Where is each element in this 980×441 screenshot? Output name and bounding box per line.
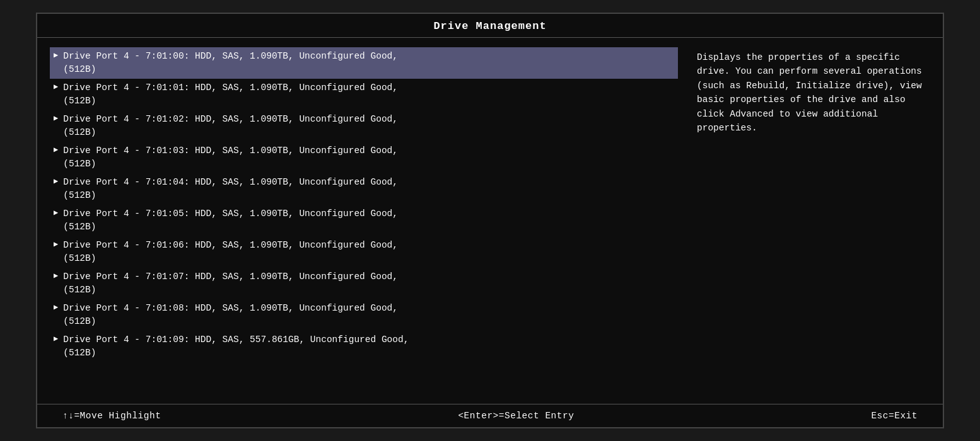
- drive-text-6: Drive Port 4 - 7:01:06: HDD, SAS, 1.090T…: [63, 239, 398, 265]
- drive-item-9[interactable]: ▶Drive Port 4 - 7:01:09: HDD, SAS, 557.8…: [50, 331, 678, 362]
- drive-line1-3: Drive Port 4 - 7:01:03: HDD, SAS, 1.090T…: [63, 144, 398, 158]
- drive-line2-6: (512B): [63, 252, 398, 265]
- drive-line2-4: (512B): [63, 189, 398, 202]
- drive-arrow-0: ▶: [54, 50, 58, 61]
- footer-select: <Enter>=Select Entry: [458, 411, 574, 421]
- drive-text-5: Drive Port 4 - 7:01:05: HDD, SAS, 1.090T…: [63, 207, 398, 234]
- drive-text-3: Drive Port 4 - 7:01:03: HDD, SAS, 1.090T…: [63, 144, 398, 171]
- drive-text-9: Drive Port 4 - 7:01:09: HDD, SAS, 557.86…: [63, 333, 409, 360]
- drive-text-8: Drive Port 4 - 7:01:08: HDD, SAS, 1.090T…: [63, 302, 398, 328]
- drive-item-3[interactable]: ▶Drive Port 4 - 7:01:03: HDD, SAS, 1.090…: [50, 142, 678, 173]
- drive-line1-7: Drive Port 4 - 7:01:07: HDD, SAS, 1.090T…: [63, 270, 398, 284]
- drive-line2-9: (512B): [63, 346, 409, 360]
- drive-arrow-7: ▶: [54, 271, 58, 282]
- drive-line1-6: Drive Port 4 - 7:01:06: HDD, SAS, 1.090T…: [63, 239, 398, 252]
- drive-item-8[interactable]: ▶Drive Port 4 - 7:01:08: HDD, SAS, 1.090…: [50, 299, 678, 331]
- drive-item-7[interactable]: ▶Drive Port 4 - 7:01:07: HDD, SAS, 1.090…: [50, 268, 678, 299]
- drive-item-0[interactable]: ▶Drive Port 4 - 7:01:00: HDD, SAS, 1.090…: [50, 47, 678, 79]
- drive-item-2[interactable]: ▶Drive Port 4 - 7:01:02: HDD, SAS, 1.090…: [50, 110, 678, 142]
- drive-text-1: Drive Port 4 - 7:01:01: HDD, SAS, 1.090T…: [63, 81, 398, 108]
- drive-line2-5: (512B): [63, 220, 398, 234]
- drive-text-7: Drive Port 4 - 7:01:07: HDD, SAS, 1.090T…: [63, 270, 398, 297]
- bios-screen: Drive Management ▶Drive Port 4 - 7:01:00…: [36, 13, 944, 428]
- drive-arrow-1: ▶: [54, 82, 58, 93]
- footer-move: ↑↓=Move Highlight: [62, 411, 161, 421]
- drive-arrow-2: ▶: [54, 113, 58, 124]
- drive-item-6[interactable]: ▶Drive Port 4 - 7:01:06: HDD, SAS, 1.090…: [50, 236, 678, 268]
- drive-line1-2: Drive Port 4 - 7:01:02: HDD, SAS, 1.090T…: [63, 113, 398, 126]
- drive-arrow-3: ▶: [54, 145, 58, 156]
- drive-line1-0: Drive Port 4 - 7:01:00: HDD, SAS, 1.090T…: [63, 50, 398, 63]
- drive-line1-9: Drive Port 4 - 7:01:09: HDD, SAS, 557.86…: [63, 333, 409, 346]
- footer-exit: Esc=Exit: [871, 411, 918, 421]
- drive-line2-8: (512B): [63, 315, 398, 328]
- drive-item-1[interactable]: ▶Drive Port 4 - 7:01:01: HDD, SAS, 1.090…: [50, 79, 678, 110]
- drive-arrow-8: ▶: [54, 302, 58, 313]
- drive-arrow-5: ▶: [54, 208, 58, 219]
- help-panel: Displays the properties of a specific dr…: [697, 47, 930, 398]
- footer: ↑↓=Move Highlight <Enter>=Select Entry E…: [37, 404, 943, 427]
- drive-line1-4: Drive Port 4 - 7:01:04: HDD, SAS, 1.090T…: [63, 176, 398, 189]
- drive-line2-7: (512B): [63, 284, 398, 297]
- drive-text-0: Drive Port 4 - 7:01:00: HDD, SAS, 1.090T…: [63, 50, 398, 76]
- drive-line2-3: (512B): [63, 158, 398, 171]
- drive-line1-8: Drive Port 4 - 7:01:08: HDD, SAS, 1.090T…: [63, 302, 398, 315]
- drive-line1-5: Drive Port 4 - 7:01:05: HDD, SAS, 1.090T…: [63, 207, 398, 220]
- drive-line2-0: (512B): [63, 63, 398, 76]
- drive-arrow-9: ▶: [54, 334, 58, 345]
- drive-line2-1: (512B): [63, 94, 398, 108]
- drive-text-2: Drive Port 4 - 7:01:02: HDD, SAS, 1.090T…: [63, 113, 398, 139]
- drive-item-5[interactable]: ▶Drive Port 4 - 7:01:05: HDD, SAS, 1.090…: [50, 205, 678, 236]
- drive-list: ▶Drive Port 4 - 7:01:00: HDD, SAS, 1.090…: [50, 47, 678, 398]
- drive-item-4[interactable]: ▶Drive Port 4 - 7:01:04: HDD, SAS, 1.090…: [50, 173, 678, 205]
- screen-title: Drive Management: [37, 14, 943, 38]
- drive-line1-1: Drive Port 4 - 7:01:01: HDD, SAS, 1.090T…: [63, 81, 398, 94]
- drive-arrow-6: ▶: [54, 239, 58, 250]
- drive-text-4: Drive Port 4 - 7:01:04: HDD, SAS, 1.090T…: [63, 176, 398, 202]
- drive-arrow-4: ▶: [54, 176, 58, 187]
- drive-line2-2: (512B): [63, 126, 398, 139]
- main-content: ▶Drive Port 4 - 7:01:00: HDD, SAS, 1.090…: [37, 38, 943, 404]
